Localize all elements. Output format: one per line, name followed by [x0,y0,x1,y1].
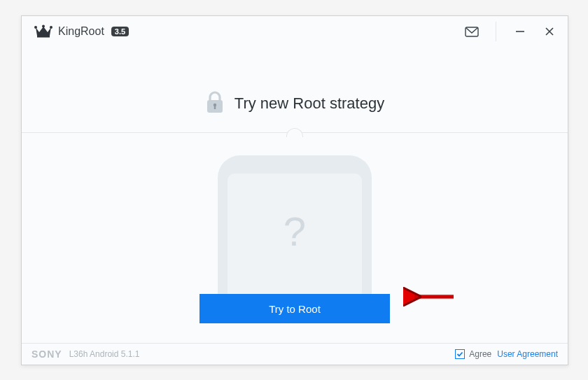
device-info: L36h Android 5.1.1 [69,349,140,359]
svg-rect-3 [37,36,50,38]
try-to-root-button[interactable]: Try to Root [200,294,390,323]
version-badge: 3.5 [111,27,129,36]
titlebar-right [465,22,556,41]
titlebar-left: KingRoot 3.5 [34,24,129,38]
app-window: KingRoot 3.5 [21,15,568,365]
lock-icon [205,90,225,117]
footer: SONY L36h Android 5.1.1 Agree User Agree… [22,343,568,365]
main-area: ? Try to Root [22,133,568,343]
titlebar-divider [496,22,496,41]
heading: Try new Root strategy [22,90,568,117]
titlebar: KingRoot 3.5 [22,16,568,47]
mail-icon[interactable] [465,24,479,38]
phone-screen: ? [227,174,362,295]
heading-text: Try new Root strategy [234,94,384,113]
device-brand: SONY [31,349,62,360]
svg-rect-10 [214,106,216,109]
footer-right: Agree User Agreement [455,349,558,359]
agree-checkbox[interactable] [455,349,465,359]
question-mark-icon: ? [284,208,306,255]
svg-point-0 [34,26,37,29]
minimize-button[interactable] [513,24,527,38]
svg-point-1 [42,25,45,28]
phone-placeholder: ? [218,155,372,295]
crown-logo-icon [34,24,52,38]
agree-label: Agree [469,349,491,359]
close-button[interactable] [542,24,556,38]
user-agreement-link[interactable]: User Agreement [497,349,558,359]
svg-point-2 [50,26,52,29]
app-name: KingRoot [58,25,104,38]
